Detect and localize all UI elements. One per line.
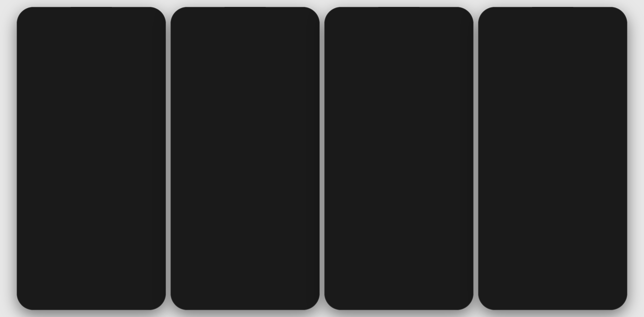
toolbar-symbol-3[interactable]: ❓ xyxy=(430,288,436,294)
sticker-animal-4-4[interactable]: 🦒 xyxy=(542,183,553,195)
emoji-3-3[interactable]: 😀 xyxy=(369,222,389,235)
back-button-1[interactable]: ‹ xyxy=(23,27,25,33)
sticker-animal-2-4[interactable]: 🐙 xyxy=(514,183,526,195)
emoji-3-12[interactable]: 😭 xyxy=(409,235,429,247)
emoji-2-11[interactable]: 😭 xyxy=(255,248,275,260)
toolbar-face-3[interactable]: 😊 xyxy=(347,288,353,294)
toolbar-nature-1[interactable]: 🌿 xyxy=(53,288,59,294)
toolbar-object-3[interactable]: 💡 xyxy=(416,288,422,294)
emoji-2-23[interactable]: 😏 xyxy=(215,274,235,286)
app-icon-2[interactable]: A xyxy=(186,219,195,227)
emoji-3-10[interactable]: 🤩 xyxy=(369,235,389,247)
sticker-item-4-4[interactable]: 😴 xyxy=(486,216,530,233)
emoji-1-3[interactable]: 🙌 xyxy=(105,235,124,247)
emoji-1-13[interactable]: 😍 xyxy=(105,261,124,273)
dots-button-3[interactable]: ••• xyxy=(409,248,429,260)
emoji-2-26[interactable]: 🔥 xyxy=(276,274,296,286)
emoji-3-25[interactable]: 💥 xyxy=(409,261,429,273)
emoji-3-4[interactable]: 🙏 xyxy=(389,222,409,235)
emoji-1-2[interactable]: 🙏 xyxy=(87,235,105,247)
emoji-1-6[interactable]: 😂 xyxy=(68,248,86,260)
emoji-2-17[interactable]: ✨ xyxy=(235,261,255,273)
emoji-1-17[interactable]: 💪 xyxy=(87,274,105,286)
emoji-2-18[interactable]: 🎊 xyxy=(255,261,275,273)
emoji-2-10[interactable]: 🤣 xyxy=(235,248,255,260)
sticker-item-4-2[interactable]: 😍 xyxy=(531,197,575,214)
mic-button-3[interactable]: 🎤 xyxy=(462,207,468,213)
camera-icon-3[interactable]: 📷 xyxy=(330,206,338,214)
toolbar-delete-2[interactable]: ⌫ xyxy=(304,288,310,294)
toolbar-food-3[interactable]: 🍔 xyxy=(375,288,381,294)
sticker-add-button-4[interactable]: + xyxy=(486,183,498,195)
toolbar-activity-1[interactable]: ⚽ xyxy=(81,288,87,294)
sticker-item-4-5[interactable]: 🤓 xyxy=(531,216,575,233)
message-input-1[interactable]: iMessage xyxy=(43,219,153,227)
toolbar-activity-2[interactable]: ⚽ xyxy=(235,288,241,294)
emoji-3-18[interactable]: ✨ xyxy=(389,248,409,260)
emoji-2-14[interactable]: 😊 xyxy=(175,261,194,273)
toolbar-food-2[interactable]: 🍔 xyxy=(221,288,227,294)
emoji-2-25[interactable]: 💥 xyxy=(255,274,275,286)
emoji-2-12[interactable]: 👍 xyxy=(276,248,296,260)
sticker-item-4-3[interactable]: 🥸 xyxy=(576,197,619,214)
app-icon-3[interactable]: A xyxy=(340,206,348,214)
app-icon-4[interactable]: A xyxy=(494,168,502,176)
emoji-2-19[interactable]: ❤️ xyxy=(276,261,296,273)
abc-label-3[interactable]: ABC xyxy=(332,299,339,303)
mic-icon-3[interactable]: 🎤 xyxy=(460,298,466,304)
emoji-1-10[interactable]: ❤️ xyxy=(143,248,162,260)
emoji-1-20[interactable]: 💥 xyxy=(143,274,162,286)
emoji-2-4[interactable]: 🙌 xyxy=(255,235,275,247)
emoji-3-9[interactable]: 😎 xyxy=(349,235,369,247)
emoji-3-7[interactable]: 💯 xyxy=(450,222,469,235)
emoji-3-15[interactable]: 😊 xyxy=(328,248,348,260)
emoji-3-1[interactable]: 🤩 xyxy=(328,222,348,235)
emoji-1-8[interactable]: 😎 xyxy=(105,248,124,260)
emoji-1-12[interactable]: 🎊 xyxy=(87,261,105,273)
toolbar-food-1[interactable]: 🍔 xyxy=(67,288,73,294)
emoji-2-21[interactable]: 😎 xyxy=(175,274,194,286)
emoji-1-18[interactable]: ✨ xyxy=(105,274,124,286)
emoji-1-19[interactable]: 🎊 xyxy=(124,274,143,286)
emoji-3-2[interactable]: 😴 xyxy=(349,222,369,235)
emoji-3-21[interactable]: 😎 xyxy=(328,261,348,273)
emoji-3-5[interactable]: 🙌 xyxy=(409,222,429,235)
camera-icon-2[interactable]: 📷 xyxy=(176,219,184,227)
emoji-2-15[interactable]: 🥺 xyxy=(195,261,215,273)
sticker-item-4-1[interactable]: 😎 xyxy=(486,197,530,214)
emoji-2-13[interactable]: 🔥 xyxy=(296,248,316,260)
toolbar-activity-3[interactable]: ⚽ xyxy=(389,288,395,294)
emoji-3-6[interactable]: 🎉 xyxy=(430,222,449,235)
back-button-4[interactable]: ‹ xyxy=(485,27,486,33)
emoji-3-20[interactable]: 👏 xyxy=(450,248,469,260)
sticker-popup-1[interactable]: 🤩 Memoji Stickers Send stickers of your … xyxy=(22,236,66,285)
sticker-animal-3-4[interactable]: 🐰 xyxy=(528,183,540,195)
emoji-2-8[interactable]: 😎 xyxy=(195,248,215,260)
toolbar-face-1[interactable]: 😊 xyxy=(40,288,46,294)
toolbar-nature-3[interactable]: 🌿 xyxy=(361,288,367,294)
toolbar-object-1[interactable]: 💡 xyxy=(109,288,114,294)
toolbar-clock-2[interactable]: ⏰ xyxy=(180,288,185,294)
toolbar-face-2[interactable]: 😊 xyxy=(194,288,199,294)
toolbar-clock-1[interactable]: ⏰ xyxy=(26,288,32,294)
toolbar-flag-1[interactable]: 🚩 xyxy=(136,288,142,294)
emoji-1-7[interactable]: 🤩 xyxy=(87,248,105,260)
emoji-3-24[interactable]: 👍 xyxy=(389,261,409,273)
emoji-2-24[interactable]: 👍 xyxy=(235,274,255,286)
emoji-3-14[interactable]: 🔥 xyxy=(450,235,469,247)
mic-button-2[interactable]: 🎤 xyxy=(308,220,314,226)
mic-button-1[interactable]: 🎤 xyxy=(155,220,160,226)
toolbar-clock-3[interactable]: ⏰ xyxy=(334,288,339,294)
sticker-animal-1-4[interactable]: 🐭 xyxy=(500,183,512,195)
camera-icon-1[interactable]: 📷 xyxy=(22,219,31,227)
emoji-1-16[interactable]: 🥺 xyxy=(68,274,86,286)
emoji-2-2[interactable]: 😀 xyxy=(215,235,235,247)
emoji-3-23[interactable]: 😏 xyxy=(369,261,389,273)
emoji-1-1[interactable]: 😀 xyxy=(68,235,86,247)
emoji-1-5[interactable]: 💯 xyxy=(143,235,162,247)
mic-button-4[interactable]: 🎤 xyxy=(616,169,622,175)
emoji-3-27[interactable]: 😂 xyxy=(450,261,469,273)
emoji-2-1[interactable]: 😴 xyxy=(195,235,215,247)
emoji-2-16[interactable]: 🧔 xyxy=(215,261,235,273)
message-input-2[interactable]: | Message xyxy=(197,219,306,227)
